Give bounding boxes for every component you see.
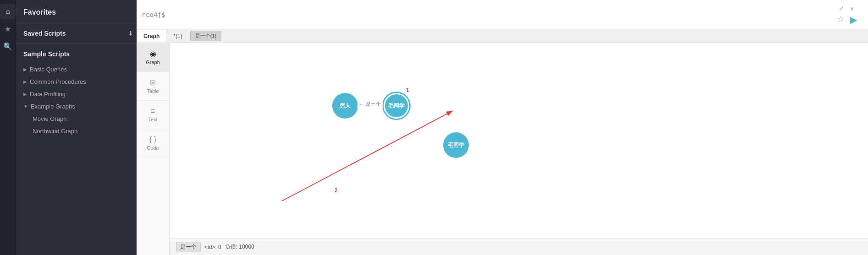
search-icon-btn[interactable]: 🔍: [0, 38, 16, 54]
star-icon: ★: [5, 25, 11, 33]
node-qiong-ren[interactable]: 穷人: [332, 93, 358, 119]
home-icon: ⌂: [5, 7, 10, 16]
arrow-icon: ▶: [23, 67, 27, 72]
view-tab-graph[interactable]: ◉ Graph: [137, 43, 169, 72]
node-mao-tongxue-2[interactable]: 毛同学: [443, 132, 469, 158]
saved-scripts-title: Saved Scripts: [23, 30, 66, 37]
arrow-down-icon: ▼: [23, 104, 28, 109]
sidebar-item-northwind-graph[interactable]: Northwind Graph ▶: [23, 125, 145, 137]
saved-scripts-section: Saved Scripts ⬇ 📁: [16, 23, 152, 43]
graph-svg: [170, 43, 868, 255]
sidebar-item-movie-graph[interactable]: Movie Graph ▶: [23, 113, 145, 125]
data-profiling-label: Data Profiling: [30, 91, 66, 98]
sample-scripts-section: Sample Scripts ▶ Basic Queries ▶ Common …: [16, 44, 152, 141]
common-procedures-label: Common Procedures: [30, 78, 86, 85]
expand-button[interactable]: ⤢: [839, 5, 844, 12]
tab-graph[interactable]: Graph: [137, 30, 166, 43]
graph-canvas: 穷人 毛同学 毛同学 ← 是一个 1 2 是一个 <id>: 0 负债: 100…: [170, 43, 868, 255]
node-mao-tongxue-1-label: 毛同学: [388, 102, 405, 110]
arrow-icon: ▶: [23, 92, 27, 97]
example-graphs-label: Example Graphs: [31, 103, 75, 110]
query-prefix: neo4j$: [142, 11, 165, 18]
tab-isone[interactable]: 是一个(1): [190, 31, 221, 41]
label-badge: 是一个: [176, 242, 201, 252]
view-tab-text-label: Text: [148, 117, 157, 122]
arrow-number-2: 2: [335, 187, 338, 194]
favorites-header: Favorites: [16, 0, 152, 23]
view-tab-text[interactable]: ≡ Text: [137, 101, 169, 129]
node-number-1: 1: [406, 87, 409, 93]
code-view-icon: { }: [149, 136, 156, 144]
node-mao-tongxue-2-label: 毛同学: [448, 141, 464, 149]
view-tab-code-label: Code: [147, 145, 159, 151]
label-id: <id>: 0: [204, 244, 221, 250]
view-tab-code[interactable]: { } Code: [137, 129, 169, 157]
view-tab-table-label: Table: [147, 88, 159, 94]
sidebar-item-example-graphs[interactable]: ▼ Example Graphs: [23, 100, 145, 113]
sidebar-item-basic-queries[interactable]: ▶ Basic Queries: [23, 63, 145, 76]
sidebar-item-data-profiling[interactable]: ▶ Data Profiling: [23, 88, 145, 100]
result-tabs: Graph *(1) 是一个(1): [137, 29, 868, 43]
content-panel: ◉ Graph ⊞ Table ≡ Text { } Code: [137, 43, 868, 255]
northwind-graph-label: Northwind Graph: [33, 128, 77, 135]
tab-star-label: *(1): [173, 33, 182, 39]
text-view-icon: ≡: [151, 107, 155, 115]
svg-line-3: [282, 111, 453, 201]
favorites-title: Favorites: [23, 8, 56, 16]
sidebar-item-common-procedures[interactable]: ▶ Common Procedures: [23, 76, 145, 88]
home-icon-btn[interactable]: ⌂: [0, 4, 16, 19]
arrow-icon: ▶: [23, 79, 27, 84]
basic-queries-label: Basic Queries: [30, 66, 67, 73]
graph-view-icon: ◉: [150, 49, 156, 58]
node-qiong-ren-label: 穷人: [340, 102, 351, 110]
view-tabs: ◉ Graph ⊞ Table ≡ Text { } Code: [137, 43, 170, 255]
rel-label: ← 是一个: [357, 100, 383, 108]
chevron-button[interactable]: ∨: [850, 5, 854, 12]
movie-graph-label: Movie Graph: [33, 115, 66, 122]
run-button[interactable]: ▶: [850, 14, 857, 25]
tab-star[interactable]: *(1): [166, 30, 189, 43]
download-button[interactable]: ⬇: [128, 30, 133, 37]
search-icon: 🔍: [3, 42, 12, 51]
star-button[interactable]: ☆: [837, 14, 844, 24]
query-bar: neo4j$ ⤢ ∨ ☆ ▶: [137, 0, 868, 29]
node-mao-tongxue-1[interactable]: 毛同学: [384, 93, 409, 119]
view-tab-table[interactable]: ⊞ Table: [137, 72, 169, 101]
query-input[interactable]: [168, 11, 863, 18]
graph-label-bar: 是一个 <id>: 0 负债: 10000: [170, 239, 868, 255]
label-attr: 负债: 10000: [225, 243, 254, 251]
tab-graph-label: Graph: [143, 33, 159, 39]
favorites-icon-btn[interactable]: ★: [0, 21, 16, 37]
view-tab-graph-label: Graph: [146, 60, 160, 65]
sample-scripts-title: Sample Scripts: [23, 50, 145, 58]
table-view-icon: ⊞: [150, 78, 156, 87]
tab-isone-label: 是一个(1): [195, 33, 216, 38]
